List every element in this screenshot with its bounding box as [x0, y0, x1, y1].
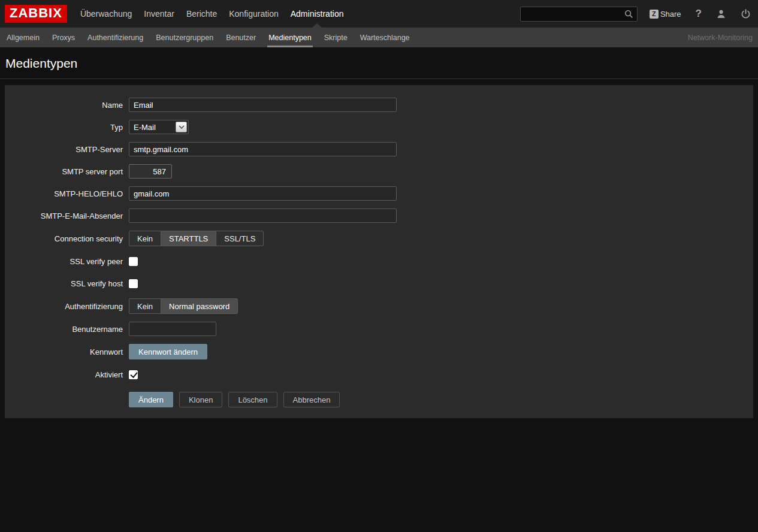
form-row-password: Kennwort Kennwort ändern: [5, 344, 753, 359]
subnav-item-authentifizierung[interactable]: Authentifizierung: [86, 28, 144, 47]
cancel-button[interactable]: Abbrechen: [283, 392, 340, 407]
form-row-name: Name: [5, 98, 753, 112]
form-row-smtp-email: SMTP-E-Mail-Absender: [5, 208, 753, 223]
ssl-verify-peer-checkbox[interactable]: [129, 257, 138, 266]
search-input[interactable]: [520, 7, 638, 22]
enabled-checkbox[interactable]: [129, 370, 138, 379]
authentication-option-kein[interactable]: Kein: [129, 299, 161, 313]
subnav-item-medientypen[interactable]: Medientypen: [267, 28, 313, 47]
form-row-username: Benutzername: [5, 322, 753, 336]
subnav-item-allgemein[interactable]: Allgemein: [5, 28, 41, 47]
logout-power-icon[interactable]: [741, 9, 751, 19]
smtp-server-label: SMTP-Server: [5, 145, 129, 154]
username-label: Benutzername: [5, 325, 129, 334]
form-row-smtp-server: SMTP-Server: [5, 142, 753, 156]
subnav-item-benutzergruppen[interactable]: Benutzergruppen: [155, 28, 215, 47]
subnav-item-proxys[interactable]: Proxys: [51, 28, 76, 47]
type-select[interactable]: E-Mail: [129, 120, 189, 134]
subnav-item-warteschlange[interactable]: Warteschlange: [359, 28, 411, 47]
authentication-option-normal-password[interactable]: Normal password: [161, 299, 237, 313]
top-bar: ZABBIX Überwachung Inventar Berichte Kon…: [0, 0, 758, 28]
ssl-verify-host-checkbox[interactable]: [129, 279, 138, 288]
title-divider: [0, 78, 758, 79]
ssl-verify-peer-label: SSL verify peer: [5, 257, 129, 266]
authentication-label: Authentifizierung: [5, 302, 129, 311]
smtp-server-input[interactable]: [129, 142, 397, 156]
ssl-verify-host-label: SSL verify host: [5, 279, 129, 288]
type-select-value: E-Mail: [129, 123, 156, 132]
zabbix-share-icon: Z: [650, 10, 659, 19]
change-password-button[interactable]: Kennwort ändern: [129, 344, 207, 359]
connection-security-segmented: Kein STARTTLS SSL/TLS: [129, 231, 264, 246]
form-row-smtp-port: SMTP server port: [5, 164, 753, 179]
form-row-smtp-helo: SMTP-HELO/EHLO: [5, 186, 753, 201]
page-title: Medientypen: [5, 56, 753, 71]
clone-button[interactable]: Klonen: [179, 392, 222, 407]
form-actions: Ändern Klonen Löschen Abbrechen: [5, 392, 753, 407]
form-row-type: Typ E-Mail: [5, 120, 753, 134]
connection-security-label: Connection security: [5, 234, 129, 243]
password-label: Kennwort: [5, 347, 129, 356]
nav-item-inventar[interactable]: Inventar: [138, 0, 180, 28]
share-button[interactable]: Z Share: [650, 10, 681, 19]
top-icon-group: Z Share ?: [650, 8, 751, 20]
type-label: Typ: [5, 123, 129, 132]
form-row-enabled: Aktiviert: [5, 367, 753, 382]
enabled-label: Aktiviert: [5, 370, 129, 379]
page-header: Medientypen: [0, 47, 758, 78]
connection-security-option-ssltls[interactable]: SSL/TLS: [216, 231, 263, 246]
smtp-email-input[interactable]: [129, 208, 397, 223]
nav-item-konfiguration[interactable]: Konfiguration: [223, 0, 285, 28]
nav-item-berichte[interactable]: Berichte: [180, 0, 223, 28]
smtp-helo-input[interactable]: [129, 186, 397, 201]
delete-button[interactable]: Löschen: [228, 392, 277, 407]
media-type-form: Name Typ E-Mail SMTP-Server SMTP server …: [5, 85, 753, 418]
smtp-helo-label: SMTP-HELO/EHLO: [5, 189, 129, 198]
name-input[interactable]: [129, 98, 397, 112]
user-profile-icon[interactable]: [716, 9, 726, 19]
update-button[interactable]: Ändern: [129, 392, 173, 407]
authentication-segmented: Kein Normal password: [129, 298, 238, 314]
share-label: Share: [660, 10, 681, 19]
chevron-down-icon[interactable]: [176, 122, 187, 132]
smtp-port-label: SMTP server port: [5, 167, 129, 176]
subnav-item-benutzer[interactable]: Benutzer: [225, 28, 257, 47]
connection-security-option-starttls[interactable]: STARTTLS: [161, 231, 216, 246]
connection-security-option-kein[interactable]: Kein: [129, 231, 161, 246]
server-name-label: Network-Monitoring: [688, 34, 753, 42]
sub-nav: Allgemein Proxys Authentifizierung Benut…: [0, 28, 758, 47]
zabbix-logo[interactable]: ZABBIX: [5, 5, 67, 23]
subnav-item-skripte[interactable]: Skripte: [323, 28, 349, 47]
search-icon[interactable]: [624, 10, 633, 21]
smtp-email-label: SMTP-E-Mail-Absender: [5, 211, 129, 220]
form-row-ssl-verify-host: SSL verify host: [5, 276, 753, 291]
nav-item-administration[interactable]: Administration: [285, 0, 350, 28]
form-row-ssl-verify-peer: SSL verify peer: [5, 254, 753, 268]
main-nav: Überwachung Inventar Berichte Konfigurat…: [74, 0, 350, 28]
nav-item-ueberwachung[interactable]: Überwachung: [74, 0, 138, 28]
smtp-port-input[interactable]: [129, 164, 172, 179]
help-icon[interactable]: ?: [696, 8, 702, 20]
search-box: [520, 7, 638, 22]
name-label: Name: [5, 101, 129, 110]
form-row-connection-security: Connection security Kein STARTTLS SSL/TL…: [5, 231, 753, 246]
form-row-authentication: Authentifizierung Kein Normal password: [5, 298, 753, 314]
username-input[interactable]: [129, 322, 216, 336]
